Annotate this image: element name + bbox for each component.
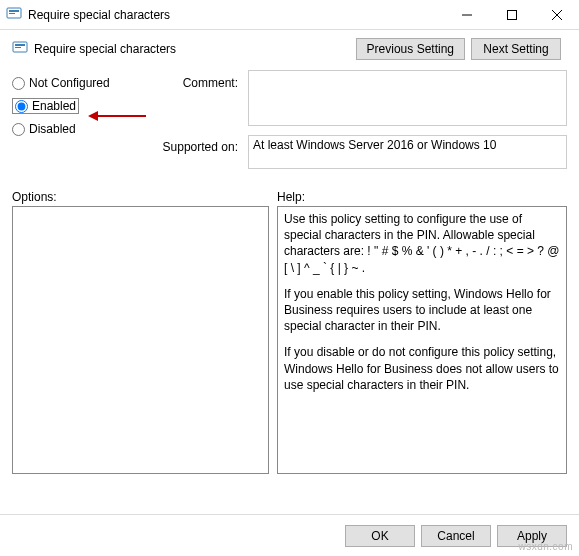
window-title: Require special characters: [28, 8, 444, 22]
supported-textarea: At least Windows Server 2016 or Windows …: [248, 135, 567, 169]
footer: OK Cancel Apply: [0, 514, 579, 556]
help-panel[interactable]: Use this policy setting to configure the…: [277, 206, 567, 474]
radio-enabled-label: Enabled: [32, 99, 76, 113]
close-button[interactable]: [534, 0, 579, 29]
header-row: Require special characters Previous Sett…: [0, 30, 579, 60]
svg-rect-2: [9, 13, 15, 14]
supported-label: Supported on:: [152, 140, 238, 174]
setting-title: Require special characters: [34, 42, 356, 56]
help-paragraph: Use this policy setting to configure the…: [284, 211, 560, 276]
next-setting-button[interactable]: Next Setting: [471, 38, 561, 60]
help-paragraph: If you disable or do not configure this …: [284, 344, 560, 393]
app-icon: [6, 7, 22, 23]
radio-disabled-label: Disabled: [29, 122, 76, 136]
mid-labels: Options: Help:: [0, 184, 579, 206]
comment-label: Comment:: [152, 76, 238, 134]
state-radios: Not Configured Enabled Disabled: [12, 70, 142, 180]
config-area: Not Configured Enabled Disabled Comment:…: [0, 60, 579, 184]
watermark: wsxdn.com: [518, 541, 573, 552]
radio-disabled-input[interactable]: [12, 123, 25, 136]
svg-rect-8: [15, 44, 25, 46]
options-panel[interactable]: [12, 206, 269, 474]
previous-setting-button[interactable]: Previous Setting: [356, 38, 465, 60]
panels: Use this policy setting to configure the…: [0, 206, 579, 474]
radio-not-configured-label: Not Configured: [29, 76, 110, 90]
cancel-button[interactable]: Cancel: [421, 525, 491, 547]
radio-not-configured[interactable]: Not Configured: [12, 76, 142, 90]
svg-rect-1: [9, 10, 19, 12]
setting-icon: [12, 41, 28, 57]
options-label: Options:: [12, 190, 277, 204]
field-labels: Comment: Supported on:: [152, 70, 238, 180]
radio-not-configured-input[interactable]: [12, 77, 25, 90]
help-label: Help:: [277, 190, 305, 204]
field-values: At least Windows Server 2016 or Windows …: [248, 70, 567, 180]
radio-enabled-input[interactable]: [15, 100, 28, 113]
comment-textarea[interactable]: [248, 70, 567, 126]
ok-button[interactable]: OK: [345, 525, 415, 547]
radio-disabled[interactable]: Disabled: [12, 122, 142, 136]
help-paragraph: If you enable this policy setting, Windo…: [284, 286, 560, 335]
svg-rect-9: [15, 47, 21, 48]
minimize-button[interactable]: [444, 0, 489, 29]
maximize-button[interactable]: [489, 0, 534, 29]
titlebar: Require special characters: [0, 0, 579, 30]
radio-enabled[interactable]: Enabled: [12, 98, 79, 114]
svg-rect-4: [507, 10, 516, 19]
